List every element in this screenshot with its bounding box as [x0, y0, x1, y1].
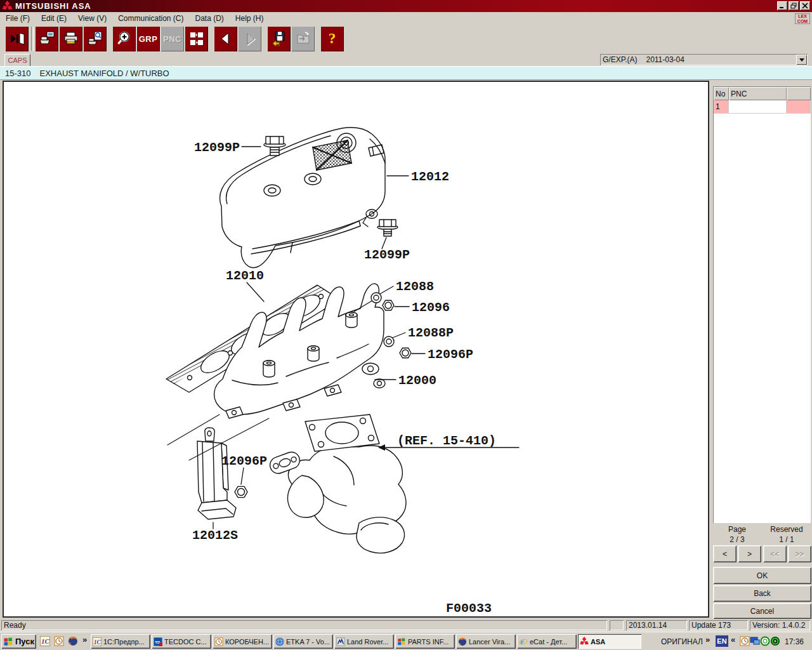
parts-diagram: 12099P 12012 12099P 12010 12088 12096 12…: [3, 81, 709, 618]
combobox-dropdown-icon[interactable]: [796, 55, 807, 65]
task-asa[interactable]: ASA: [578, 634, 641, 649]
status-empty: [610, 620, 624, 630]
reserved-value: 1 / 1: [763, 535, 811, 544]
part-label-12096[interactable]: 12096: [412, 300, 450, 315]
svg-text:e: e: [520, 637, 524, 646]
task-korobchen[interactable]: КОРОБЧЕН...: [213, 634, 272, 649]
save-icon: [271, 30, 287, 47]
tecdoc-icon: TD: [154, 637, 162, 646]
part-label-12099P-top[interactable]: 12099P: [194, 140, 240, 155]
taskbar-toolbar-label: ОРИГИНАЛ: [661, 637, 703, 646]
start-label: Пуск: [15, 637, 34, 646]
page-label: Page: [713, 525, 761, 534]
tray-display[interactable]: [750, 636, 760, 646]
column-header-pnc[interactable]: PNC: [729, 87, 787, 100]
print-search-button[interactable]: [83, 26, 107, 51]
pnc-button: PNC: [160, 26, 184, 51]
menu-view[interactable]: View (V): [72, 13, 112, 24]
part-label-12088P[interactable]: 12088P: [408, 326, 454, 340]
help-icon: ?: [329, 30, 336, 47]
menu-edit[interactable]: Edit (E): [36, 13, 72, 24]
zoom-button[interactable]: [112, 26, 136, 51]
task-tecdoc[interactable]: TD TECDOC C...: [152, 634, 211, 649]
multi-window-icon: [188, 30, 205, 47]
exhaust-manifold-drawing: 12099P 12012 12099P 12010 12088 12096 12…: [4, 82, 708, 616]
tray-time: 17:36: [785, 637, 804, 646]
part-12012-cover: [220, 128, 385, 268]
task-ecat[interactable]: e eCat - Дет...: [517, 634, 577, 649]
quicklaunch-1c[interactable]: 1С: [39, 635, 51, 647]
row-extra-cell[interactable]: [787, 100, 811, 114]
mitsubishi-logo-icon: [2, 1, 13, 11]
table-row[interactable]: 1: [714, 100, 811, 114]
catalog-combobox[interactable]: G/EXP.(A) 2011-03-04: [600, 54, 808, 65]
start-button[interactable]: Пуск: [1, 634, 36, 649]
part-label-12010[interactable]: 12010: [226, 269, 264, 283]
part-label-12012S[interactable]: 12012S: [192, 528, 238, 543]
tray-collapse-chevron[interactable]: «: [731, 635, 735, 644]
forward-icon: [242, 30, 258, 47]
tab-row: CAPS G/EXP.(A) 2011-03-04: [0, 53, 812, 66]
task-etka[interactable]: ETKA 7 - Vo...: [273, 634, 333, 649]
part-label-12088[interactable]: 12088: [396, 279, 434, 294]
menu-file[interactable]: File (F): [0, 13, 36, 24]
row-pnc-cell[interactable]: [729, 100, 787, 114]
part-label-12012[interactable]: 12012: [411, 169, 449, 184]
part-12096P-nut-lower: [235, 486, 247, 497]
grp-button[interactable]: GRP: [136, 26, 160, 51]
part-label-12096P-lower[interactable]: 12096P: [221, 454, 267, 468]
column-header-no[interactable]: No: [714, 87, 729, 100]
task-1c[interactable]: 1С 1С:Предпр...: [91, 634, 150, 649]
cancel-button[interactable]: Cancel: [713, 603, 811, 619]
part-label-12000[interactable]: 12000: [398, 373, 436, 388]
exit-button[interactable]: [5, 26, 29, 51]
lexcom-badge: LEX COM: [795, 13, 810, 24]
task-partsinf[interactable]: PARTS INF...: [395, 634, 455, 649]
restore-button[interactable]: [789, 1, 799, 10]
part-12099P-bolt-mid: [377, 220, 398, 236]
column-header-extra[interactable]: [787, 87, 811, 100]
close-button[interactable]: [800, 1, 810, 10]
save-button[interactable]: [267, 26, 291, 51]
tray-green-target[interactable]: [770, 636, 780, 646]
ok-button[interactable]: OK: [713, 567, 811, 584]
row-no-cell[interactable]: 1: [714, 100, 729, 114]
multi-window-button[interactable]: [185, 26, 208, 51]
quicklaunch-firefox[interactable]: [67, 635, 79, 647]
back-button[interactable]: Back: [713, 585, 811, 602]
status-update: Update 173: [689, 620, 748, 630]
toolbar-separator: [29, 26, 35, 51]
page-prev-button[interactable]: <: [713, 545, 737, 562]
tray-clock-app[interactable]: [740, 636, 750, 646]
clock-icon: [740, 636, 750, 646]
print-preview-button[interactable]: [35, 26, 58, 51]
quicklaunch-clock[interactable]: [53, 635, 65, 647]
quicklaunch-overflow-chevron[interactable]: »: [82, 635, 87, 644]
tray-green-ring[interactable]: [760, 636, 770, 646]
part-12000-manifold: [214, 284, 385, 418]
part-label-ref-15-410[interactable]: (REF. 15-410): [397, 434, 496, 448]
print-button[interactable]: [59, 26, 82, 51]
ie-icon: e: [519, 637, 528, 646]
exit-icon: [9, 30, 25, 47]
menu-communication[interactable]: Communication (C): [112, 13, 189, 24]
language-indicator[interactable]: EN: [716, 635, 728, 647]
part-12012S-bracket: [197, 428, 236, 519]
taskbar: Пуск 1С » 1С 1С:Предпр... TD: [0, 632, 812, 650]
minimize-button[interactable]: [777, 1, 787, 10]
menu-data[interactable]: Data (D): [190, 13, 230, 24]
page-next-button[interactable]: >: [738, 545, 761, 562]
help-button[interactable]: ?: [320, 26, 344, 51]
tab-caps[interactable]: CAPS: [4, 54, 30, 66]
part-label-12099P-mid[interactable]: 12099P: [364, 248, 410, 262]
pnc-table: No PNC 1: [713, 86, 811, 523]
task-lancer[interactable]: Lancer Vira...: [456, 634, 516, 649]
menu-help[interactable]: Help (H): [230, 13, 270, 24]
task-landrover[interactable]: Land Rover...: [334, 634, 394, 649]
clock-icon: [54, 636, 64, 646]
pnc-label: PNC: [163, 34, 181, 44]
part-label-12096P[interactable]: 12096P: [428, 347, 473, 362]
toolbar-overflow-chevron[interactable]: »: [705, 635, 710, 644]
reserved-last-button: >>: [788, 545, 811, 562]
page-back-button[interactable]: [214, 26, 237, 51]
